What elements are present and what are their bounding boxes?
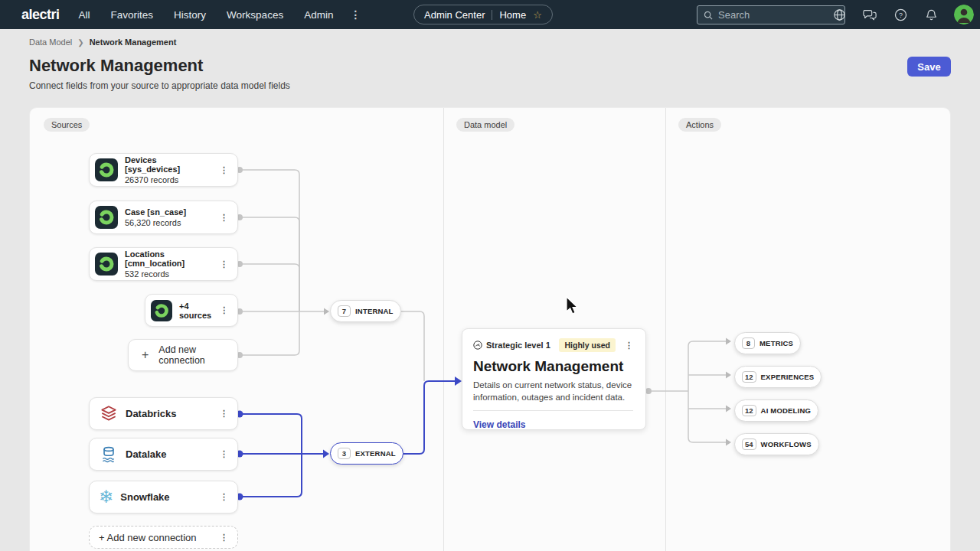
external-group-node[interactable]: 3 EXTERNAL — [330, 442, 403, 465]
external-node-label: EXTERNAL — [355, 449, 396, 458]
user-avatar[interactable] — [954, 5, 974, 24]
breadcrumb: Data Model ❯ Network Management — [29, 37, 176, 47]
kebab-menu-icon[interactable]: ⋮ — [218, 409, 230, 419]
card-divider — [473, 410, 633, 411]
more-sources-label: +4 sources — [179, 302, 211, 320]
source-records: 26370 records — [125, 175, 211, 184]
nav-item-history[interactable]: History — [174, 9, 206, 21]
nav-item-all[interactable]: All — [79, 9, 90, 21]
external-count-badge: 3 — [338, 448, 351, 459]
kebab-menu-icon[interactable]: ⋮ — [218, 533, 230, 543]
data-model-card[interactable]: Strategic level 1 Highly used ⋮ Network … — [462, 328, 646, 430]
internal-count-badge: 7 — [338, 305, 351, 317]
datalake-icon — [99, 445, 119, 465]
nav-menu: All Favorites History Workspaces Admin — [79, 9, 334, 21]
context-app-label: Admin Center — [424, 9, 485, 21]
search-box[interactable] — [697, 5, 845, 24]
nav-item-workspaces[interactable]: Workspaces — [227, 9, 283, 21]
breadcrumb-chevron-icon: ❯ — [77, 38, 83, 47]
kebab-menu-icon[interactable]: ⋮ — [218, 449, 230, 459]
source-card-databricks[interactable]: Databricks ⋮ — [89, 397, 238, 430]
mapping-canvas: Sources Data model Actions — [29, 107, 951, 551]
favorite-star-icon[interactable]: ☆ — [533, 9, 542, 21]
source-app-icon — [95, 253, 118, 276]
plus-icon: + — [142, 348, 149, 362]
internal-group-node[interactable]: 7 INTERNAL — [330, 300, 401, 322]
breadcrumb-parent[interactable]: Data Model — [29, 37, 72, 47]
kebab-menu-icon[interactable]: ⋮ — [218, 259, 230, 269]
add-internal-connection-card[interactable]: + Add new connection — [128, 339, 238, 371]
kebab-menu-icon[interactable]: ⋮ — [218, 213, 230, 223]
context-pill[interactable]: Admin Center Home ☆ — [413, 5, 553, 24]
action-node-experiences[interactable]: 12 EXPERIENCES — [734, 366, 822, 388]
top-nav: alectri All Favorites History Workspaces… — [0, 0, 980, 29]
source-records: 56,320 records — [125, 218, 186, 227]
svg-text:?: ? — [898, 11, 902, 18]
databricks-icon — [99, 404, 119, 424]
save-button[interactable]: Save — [907, 57, 951, 77]
nav-item-favorites[interactable]: Favorites — [111, 9, 154, 21]
source-name: Datalake — [126, 448, 166, 460]
source-title: Locations [cmn_location] — [125, 249, 211, 268]
kebab-menu-icon[interactable]: ⋮ — [218, 492, 230, 502]
page-subtitle: Connect fields from your source to appro… — [29, 80, 290, 91]
action-node-ai-modeling[interactable]: 12 AI MODELING — [734, 399, 818, 422]
source-card-snowflake[interactable]: ❄ Snowflake ⋮ — [89, 481, 238, 514]
context-page-label: Home — [499, 9, 526, 21]
source-title: Case [sn_case] — [125, 207, 186, 217]
source-app-icon — [95, 206, 118, 229]
model-card-description: Details on current network status, devic… — [473, 379, 640, 403]
context-divider — [492, 10, 492, 20]
help-icon[interactable]: ? — [893, 7, 908, 22]
external-connector-lines — [240, 381, 456, 497]
action-node-metrics[interactable]: 8 METRICS — [734, 332, 801, 354]
ai-modeling-count-badge: 12 — [742, 405, 756, 416]
kebab-menu-icon[interactable]: ⋮ — [218, 305, 230, 315]
source-card-case[interactable]: Case [sn_case] 56,320 records ⋮ — [89, 201, 238, 234]
strategic-level-label: Strategic level 1 — [486, 341, 550, 350]
nav-item-admin[interactable]: Admin — [304, 9, 333, 21]
globe-icon[interactable] — [831, 7, 847, 22]
ai-modeling-label: AI MODELING — [761, 406, 812, 415]
internal-node-label: INTERNAL — [355, 307, 394, 315]
source-records: 532 records — [125, 269, 211, 279]
nav-overflow-kebab-icon[interactable]: ⋮ — [350, 8, 361, 21]
metrics-label: METRICS — [760, 339, 793, 347]
kebab-menu-icon[interactable]: ⋮ — [625, 341, 633, 350]
breadcrumb-current: Network Management — [90, 37, 177, 47]
experiences-label: EXPERIENCES — [761, 373, 815, 381]
source-card-datalake[interactable]: Datalake ⋮ — [89, 438, 238, 471]
snowflake-icon: ❄ — [99, 488, 113, 506]
nav-icon-group: ? — [831, 0, 974, 29]
source-name: Databricks — [126, 408, 176, 419]
source-card-devices[interactable]: Devices [sys_devices] 26370 records ⋮ — [89, 153, 238, 187]
source-name: Snowflake — [120, 491, 169, 503]
page-title: Network Management — [29, 56, 203, 76]
chat-bubbles-icon[interactable] — [862, 7, 877, 22]
view-details-link[interactable]: View details — [473, 419, 525, 430]
workflows-label: WORKFLOWS — [761, 440, 812, 448]
add-external-connection-card[interactable]: + Add new connection ⋮ — [89, 526, 238, 549]
add-connection-label: + Add new connection — [99, 532, 197, 543]
more-sources-card[interactable]: +4 sources ⋮ — [145, 294, 238, 327]
metrics-count-badge: 8 — [742, 337, 755, 349]
notifications-bell-icon[interactable] — [923, 7, 939, 22]
add-connection-label: Add new connection — [158, 344, 237, 366]
source-app-icon — [95, 158, 118, 181]
strategic-level-icon — [473, 341, 482, 350]
model-card-title: Network Management — [473, 358, 633, 375]
workflows-count-badge: 54 — [742, 439, 756, 450]
search-icon — [703, 10, 714, 21]
source-app-icon — [151, 300, 172, 321]
app-logo[interactable]: alectri — [21, 7, 60, 23]
experiences-count-badge: 12 — [742, 371, 756, 383]
source-card-locations[interactable]: Locations [cmn_location] 532 records ⋮ — [89, 247, 238, 281]
kebab-menu-icon[interactable]: ⋮ — [218, 165, 230, 175]
action-node-workflows[interactable]: 54 WORKFLOWS — [734, 433, 819, 455]
highly-used-badge: Highly used — [559, 338, 616, 352]
source-title: Devices [sys_devices] — [125, 155, 211, 174]
search-input[interactable] — [718, 9, 833, 21]
